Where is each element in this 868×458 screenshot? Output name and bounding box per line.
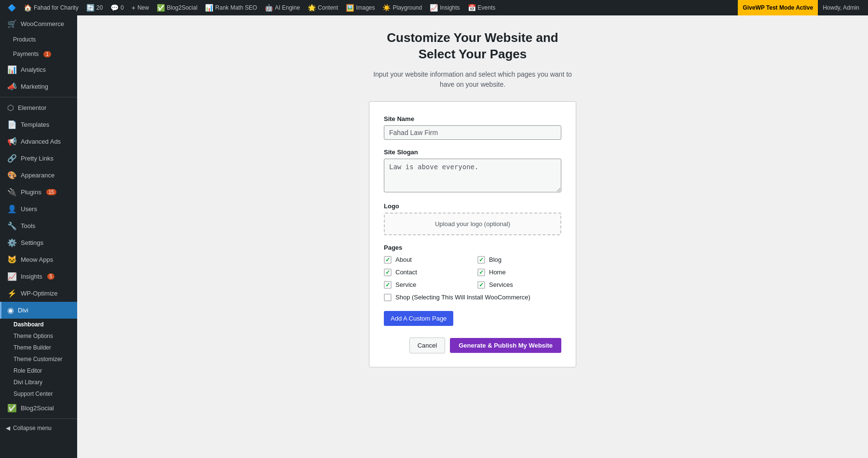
- sidebar-item-products[interactable]: Products: [0, 32, 77, 47]
- sidebar-sub-theme-options[interactable]: Theme Options: [0, 330, 77, 342]
- sidebar-item-templates[interactable]: 📄 Templates: [0, 116, 77, 133]
- page-checkbox-service[interactable]: Service: [384, 281, 468, 289]
- admin-bar-new[interactable]: + New: [128, 0, 153, 15]
- site-name-input[interactable]: [384, 125, 561, 140]
- sidebar-sub-support-center[interactable]: Support Center: [0, 388, 77, 400]
- admin-bar-images[interactable]: 🖼️ Images: [342, 0, 379, 15]
- page-title: Customize Your Website andSelect Your Pa…: [387, 30, 558, 63]
- generate-publish-button[interactable]: Generate & Publish My Website: [450, 338, 561, 353]
- templates-icon: 📄: [7, 120, 17, 129]
- page-checkbox-contact[interactable]: Contact: [384, 269, 468, 276]
- admin-bar-rankmathseo[interactable]: 📊 Rank Math SEO: [201, 0, 261, 15]
- sidebar-item-appearance[interactable]: 🎨 Appearance: [0, 167, 77, 184]
- site-icon: 🏠: [24, 4, 32, 12]
- woocommerce-icon: 🛒: [7, 19, 17, 28]
- admin-bar-updates[interactable]: 🔄 20: [82, 0, 107, 15]
- updates-icon: 🔄: [86, 4, 95, 12]
- home-check[interactable]: [477, 269, 485, 276]
- sidebar-item-insights[interactable]: 📈 Insights 5: [0, 268, 77, 285]
- cancel-button[interactable]: Cancel: [409, 337, 445, 353]
- insights-icon: 📈: [7, 272, 17, 281]
- sidebar-sub-dashboard[interactable]: Dashboard: [0, 319, 77, 330]
- admin-bar-howdy[interactable]: Howdy, Admin: [818, 0, 864, 15]
- service-check[interactable]: [384, 281, 392, 289]
- sidebar-item-settings[interactable]: ⚙️ Settings: [0, 234, 77, 251]
- page-checkbox-shop[interactable]: Shop (Selecting This Will Install WooCom…: [384, 294, 561, 301]
- elementor-icon: ⬡: [7, 103, 14, 112]
- page-checkbox-services[interactable]: Services: [477, 281, 561, 289]
- sidebar-sub-divi-library[interactable]: Divi Library: [0, 377, 77, 388]
- sidebar-item-divi[interactable]: ◉ Divi: [0, 302, 77, 319]
- sidebar-item-blog2social[interactable]: ✅ Blog2Social: [0, 400, 77, 417]
- settings-icon: ⚙️: [7, 238, 17, 247]
- admin-bar: 🔷 🏠 Fahad for Charity 🔄 20 💬 0 + New ✅ B…: [0, 0, 868, 15]
- logo-group: Logo Upload your logo (optional): [384, 202, 561, 235]
- sidebar-item-marketing[interactable]: 📣 Marketing: [0, 78, 77, 95]
- images-icon: 🖼️: [346, 4, 354, 12]
- sidebar-item-analytics[interactable]: 📊 Analytics: [0, 61, 77, 78]
- site-slogan-label: Site Slogan: [384, 148, 561, 156]
- sidebar-sub-role-editor[interactable]: Role Editor: [0, 365, 77, 377]
- admin-bar-ai-engine[interactable]: 🤖 AI Engine: [261, 0, 304, 15]
- sidebar: 🛒 WooCommerce Products Payments 1 📊 Anal…: [0, 15, 77, 458]
- site-slogan-input[interactable]: Law is above everyone.: [384, 159, 561, 192]
- plugins-icon: 🔌: [7, 188, 17, 197]
- wp-optimize-icon: ⚡: [7, 289, 17, 298]
- insights-badge: 5: [47, 273, 55, 280]
- site-name-group: Site Name: [384, 115, 561, 140]
- add-custom-page-button[interactable]: Add A Custom Page: [384, 311, 453, 326]
- blog2social-sidebar-icon: ✅: [7, 404, 17, 413]
- form-card: Site Name Site Slogan Law is above every…: [369, 101, 576, 367]
- blog-check[interactable]: [477, 256, 485, 264]
- pretty-links-icon: 🔗: [7, 154, 17, 163]
- sidebar-item-payments[interactable]: Payments 1: [0, 47, 77, 61]
- comments-icon: 💬: [110, 4, 119, 12]
- users-icon: 👤: [7, 204, 17, 214]
- sidebar-sub-theme-customizer[interactable]: Theme Customizer: [0, 353, 77, 365]
- sidebar-item-advanced-ads[interactable]: 📢 Advanced Ads: [0, 133, 77, 150]
- page-checkbox-blog[interactable]: Blog: [477, 256, 561, 264]
- sidebar-item-tools[interactable]: 🔧 Tools: [0, 217, 77, 234]
- marketing-icon: 📣: [7, 82, 17, 91]
- divi-icon: ◉: [7, 306, 14, 315]
- logo-upload-area[interactable]: Upload your logo (optional): [384, 213, 561, 235]
- page-subtitle: Input your website information and selec…: [371, 69, 574, 90]
- sidebar-item-wp-optimize[interactable]: ⚡ WP-Optimize: [0, 285, 77, 302]
- payments-badge: 1: [43, 51, 51, 57]
- collapse-icon: ◀: [6, 425, 10, 431]
- admin-bar-right: GiveWP Test Mode Active Howdy, Admin: [738, 0, 864, 15]
- main-content: Customize Your Website andSelect Your Pa…: [77, 15, 868, 458]
- sidebar-item-meow-apps[interactable]: 🐱 Meow Apps: [0, 251, 77, 268]
- page-checkbox-home[interactable]: Home: [477, 269, 561, 276]
- admin-bar-insights[interactable]: 📈 Insights: [426, 0, 463, 15]
- pages-section: Pages About Blog Contact: [384, 244, 561, 301]
- admin-bar-site-name[interactable]: 🏠 Fahad for Charity: [20, 0, 82, 15]
- admin-bar-blog2social[interactable]: ✅ Blog2Social: [153, 0, 201, 15]
- plugins-badge: 15: [46, 189, 56, 195]
- form-actions: Cancel Generate & Publish My Website: [384, 337, 561, 353]
- admin-bar-events[interactable]: 📅 Events: [464, 0, 500, 15]
- contact-check[interactable]: [384, 269, 392, 276]
- page-checkbox-about[interactable]: About: [384, 256, 468, 264]
- collapse-menu-button[interactable]: ◀ Collapse menu: [0, 421, 77, 435]
- sidebar-item-plugins[interactable]: 🔌 Plugins 15: [0, 184, 77, 201]
- services-check[interactable]: [477, 281, 485, 289]
- admin-bar-comments[interactable]: 💬 0: [107, 0, 128, 15]
- content-icon: 🌟: [308, 4, 316, 12]
- advanced-ads-icon: 📢: [7, 137, 17, 146]
- sidebar-item-pretty-links[interactable]: 🔗 Pretty Links: [0, 150, 77, 167]
- admin-bar-wp-logo[interactable]: 🔷: [4, 0, 20, 15]
- admin-bar-playground[interactable]: ☀️ Playground: [379, 0, 426, 15]
- sidebar-sub-theme-builder[interactable]: Theme Builder: [0, 342, 77, 353]
- logo-label: Logo: [384, 202, 561, 210]
- sidebar-item-users[interactable]: 👤 Users: [0, 201, 77, 217]
- shop-check[interactable]: [384, 294, 392, 301]
- events-icon: 📅: [468, 4, 476, 12]
- givewp-badge[interactable]: GiveWP Test Mode Active: [738, 0, 818, 15]
- sidebar-item-elementor[interactable]: ⬡ Elementor: [0, 99, 77, 116]
- admin-bar-content[interactable]: 🌟 Content: [304, 0, 342, 15]
- pages-grid: About Blog Contact Home: [384, 256, 561, 301]
- analytics-icon: 📊: [7, 65, 17, 74]
- sidebar-item-woocommerce[interactable]: 🛒 WooCommerce: [0, 15, 77, 32]
- about-check[interactable]: [384, 256, 392, 264]
